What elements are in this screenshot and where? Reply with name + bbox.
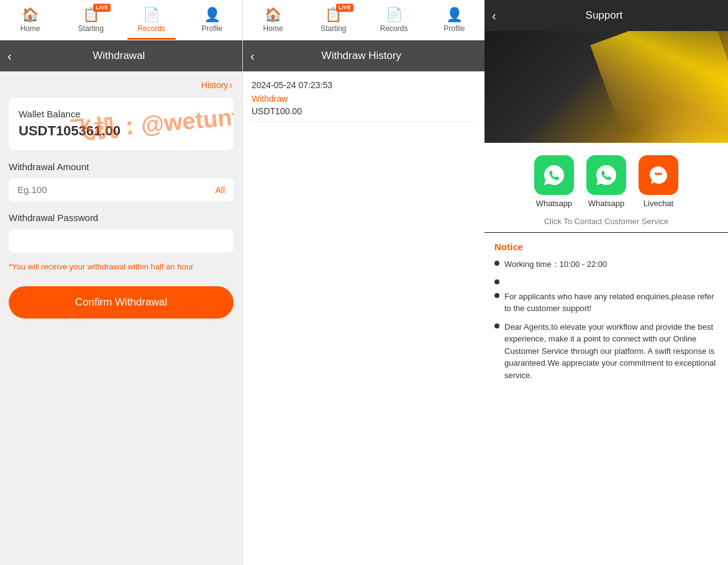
wallet-card: Wallet Balance USDT105361.00 飞机：@wetunt — [9, 97, 234, 150]
nav-starting2-label: Starting — [321, 24, 346, 33]
history-divider — [252, 121, 476, 122]
notice-item-4: Dear Agents,to elevate your workflow and… — [494, 321, 718, 382]
nav-records2-label: Records — [380, 24, 408, 33]
withdrawal-body: History › Wallet Balance USDT105361.00 飞… — [0, 71, 242, 565]
notice-bullet-3 — [494, 293, 499, 298]
notice-title: Notice — [494, 242, 718, 252]
nav-starting-label: Starting — [78, 24, 104, 33]
notice-bullet-2 — [494, 279, 499, 284]
right-nav-bar: 🏠 Home LIVE 📋 Starting 📄 Records 👤 Profi… — [243, 0, 485, 40]
nav-records[interactable]: 📄 Records — [121, 0, 182, 40]
contact-section: Whatsapp Whatsapp Livechat Click T — [485, 143, 728, 232]
history-header: ‹ Withdraw History — [243, 40, 485, 71]
history-link[interactable]: History › — [9, 80, 234, 90]
confirm-withdrawal-button[interactable]: Confirm Withdrawal — [9, 286, 234, 319]
nav-starting[interactable]: LIVE 📋 Starting — [61, 0, 122, 40]
all-button[interactable]: All — [215, 185, 225, 195]
nav-profile2[interactable]: 👤 Profile — [424, 0, 485, 40]
records-icon: 📄 — [143, 7, 160, 23]
support-back-button[interactable]: ‹ — [492, 9, 496, 23]
withdrawal-screen: ‹ Withdrawal History › Wallet Balance US… — [0, 40, 242, 565]
history-amount: USDT100.00 — [252, 106, 476, 116]
notice-text-4: Dear Agents,to elevate your workflow and… — [504, 321, 718, 382]
nav-home2-label: Home — [263, 24, 283, 33]
whatsapp1-icon — [534, 155, 574, 195]
notice-item-3: For applicants who have any related enqu… — [494, 291, 718, 315]
support-header: ‹ Support — [485, 0, 728, 31]
whatsapp2-icon — [586, 155, 626, 195]
support-panel: ‹ Support Whatsapp Whatsapp — [485, 0, 728, 565]
click-to-contact-text: Click To Contact Customer Service — [494, 217, 718, 226]
history-type: Withdraw — [252, 94, 476, 104]
nav-home-label: Home — [20, 24, 40, 33]
home-icon: 🏠 — [22, 7, 39, 23]
livechat-label: Livechat — [644, 199, 673, 208]
left-panel: 🏠 Home LIVE 📋 Starting 📄 Records 👤 Profi… — [0, 0, 242, 565]
nav-records2[interactable]: 📄 Records — [364, 0, 424, 40]
profile2-icon: 👤 — [446, 7, 463, 23]
nav-records-label: Records — [137, 24, 165, 33]
contact-icons-row: Whatsapp Whatsapp Livechat — [494, 155, 718, 208]
amount-input-row: All — [9, 178, 234, 201]
nav-profile-label: Profile — [201, 24, 222, 33]
withdrawal-password-label: Withdrawal Password — [9, 212, 234, 223]
notice-item-1: Working time：10:00 - 22:00 — [494, 258, 718, 271]
history-link-label: History — [201, 80, 229, 90]
history-title: Withdraw History — [261, 50, 462, 62]
whatsapp1-label: Whatsapp — [536, 199, 573, 208]
livechat-button[interactable]: Livechat — [639, 155, 678, 208]
wallet-amount: USDT105361.00 — [19, 123, 224, 139]
nav-profile[interactable]: 👤 Profile — [182, 0, 243, 40]
profile-icon: 👤 — [204, 7, 221, 23]
history-arrow-icon: › — [229, 80, 232, 90]
history-back-button[interactable]: ‹ — [250, 49, 255, 63]
support-title: Support — [503, 9, 706, 22]
history-body: 2024-05-24 07:23:53 Withdraw USDT100.00 — [243, 71, 485, 565]
middle-panel: 🏠 Home LIVE 📋 Starting 📄 Records 👤 Profi… — [242, 0, 485, 565]
notice-bullet-1 — [494, 261, 499, 266]
withdrawal-back-button[interactable]: ‹ — [7, 49, 12, 63]
whatsapp2-button[interactable]: Whatsapp — [586, 155, 626, 208]
withdrawal-hint: *You will receive your withdrawal within… — [9, 261, 234, 273]
notice-text-1: Working time：10:00 - 22:00 — [504, 258, 607, 271]
amount-input[interactable] — [17, 184, 215, 195]
notice-text-3: For applicants who have any related enqu… — [504, 291, 718, 315]
withdrawal-title: Withdrawal — [18, 50, 220, 62]
notice-bullet-4 — [494, 323, 499, 328]
notice-section: Notice Working time：10:00 - 22:00 For ap… — [485, 233, 728, 565]
nav-profile2-label: Profile — [444, 24, 465, 33]
support-hero-image — [485, 31, 728, 143]
withdrawal-header: ‹ Withdrawal — [0, 40, 242, 71]
history-date: 2024-05-24 07:23:53 — [252, 80, 476, 90]
nav-starting2[interactable]: LIVE 📋 Starting — [303, 0, 363, 40]
home2-icon: 🏠 — [265, 7, 281, 23]
whatsapp2-label: Whatsapp — [588, 199, 625, 208]
withdraw-history-screen: ‹ Withdraw History 2024-05-24 07:23:53 W… — [243, 40, 485, 565]
withdrawal-amount-label: Withdrawal Amount — [9, 161, 234, 172]
livechat-icon — [639, 155, 678, 195]
records2-icon: 📄 — [386, 7, 403, 23]
notice-item-2 — [494, 277, 718, 284]
whatsapp1-button[interactable]: Whatsapp — [534, 155, 574, 208]
starting-badge: LIVE — [93, 4, 111, 12]
nav-underline — [127, 38, 176, 40]
password-input[interactable] — [17, 235, 225, 246]
nav-home2[interactable]: 🏠 Home — [243, 0, 303, 40]
nav-home[interactable]: 🏠 Home — [0, 0, 61, 40]
starting2-badge: LIVE — [336, 4, 353, 12]
password-input-row — [9, 229, 234, 253]
wallet-label: Wallet Balance — [19, 109, 224, 119]
left-nav-bar: 🏠 Home LIVE 📋 Starting 📄 Records 👤 Profi… — [0, 0, 242, 40]
